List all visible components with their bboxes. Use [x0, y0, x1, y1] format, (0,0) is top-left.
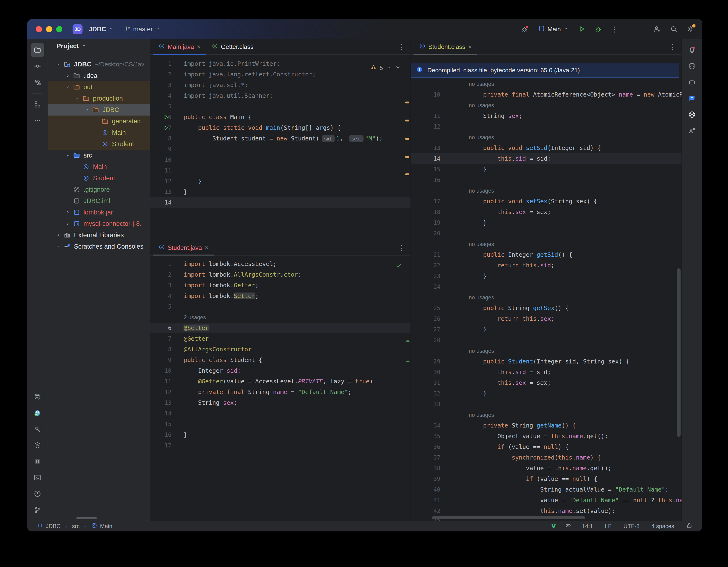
tree-item-src[interactable]: src — [48, 150, 150, 161]
close-tab-icon[interactable]: × — [197, 44, 200, 50]
breadcrumb-src[interactable]: src — [71, 523, 81, 530]
line-number[interactable]: 5 — [150, 103, 179, 110]
usages-inlay-row[interactable]: no usages — [411, 239, 682, 249]
warning-stripe-mark[interactable] — [405, 119, 409, 121]
line-number[interactable]: 14 — [150, 410, 179, 417]
tab-Main.java[interactable]: CMain.java× — [153, 39, 206, 54]
bookmarks-icon[interactable] — [31, 455, 44, 468]
line-number[interactable]: 39 — [411, 476, 442, 482]
line-number[interactable]: 7 — [150, 124, 179, 131]
tree-item-lombok.jar[interactable]: lombok.jar — [48, 207, 150, 218]
project-panel-header[interactable]: Project — [48, 39, 150, 53]
line-number[interactable]: 2 — [150, 71, 179, 78]
code-line[interactable]: 25 public String getSex() { — [411, 303, 682, 314]
code-line[interactable]: 32 } — [411, 388, 682, 399]
line-number[interactable]: 13 — [150, 188, 179, 195]
usages-inlay-row[interactable]: no usages — [411, 132, 682, 142]
tree-chevron-down-icon[interactable] — [82, 107, 92, 112]
run-button[interactable] — [577, 24, 586, 34]
warning-stripe-mark[interactable] — [405, 101, 409, 103]
line-number[interactable]: 1 — [150, 261, 179, 267]
code-line[interactable]: 4import java.util.Scanner; — [150, 90, 410, 101]
usages-inlay-row[interactable]: no usages — [411, 346, 682, 356]
tab-options-kebab-icon[interactable]: ⋮ — [393, 43, 410, 51]
line-ending-selector[interactable]: LF — [604, 523, 613, 530]
openai-chatgpt-icon[interactable] — [685, 108, 699, 121]
usages-inlay-row[interactable]: no usages — [411, 100, 682, 110]
line-number[interactable]: 16 — [150, 432, 179, 438]
tree-chevron-down-icon[interactable] — [54, 62, 63, 67]
code-line[interactable]: 27 } — [411, 324, 682, 335]
code-line[interactable]: 30 this.sid = sid; — [411, 367, 682, 378]
code-line[interactable]: 33 — [411, 399, 682, 410]
code-line[interactable]: 5 — [150, 101, 410, 112]
person-chat-icon[interactable] — [685, 124, 699, 138]
code-line[interactable]: 7@Getter — [150, 333, 410, 344]
code-line[interactable]: 10 Integer sid; — [150, 365, 410, 376]
line-number[interactable]: 41 — [411, 497, 442, 504]
code-line[interactable]: 24 — [411, 281, 682, 292]
line-number[interactable]: 6 — [150, 114, 179, 120]
warning-stripe-mark[interactable] — [405, 138, 409, 140]
warning-stripe-mark[interactable] — [405, 156, 409, 158]
build-hammer-icon[interactable] — [31, 422, 44, 436]
copilot-status-icon[interactable] — [565, 522, 571, 530]
code-line[interactable]: 19 } — [411, 217, 682, 228]
tab-Student.class[interactable]: CStudent.class× — [414, 39, 477, 54]
code-line[interactable]: 28 — [411, 335, 682, 346]
line-number[interactable]: 6 — [150, 325, 179, 332]
code-line[interactable]: 8@AllArgsConstructor — [150, 344, 410, 355]
close-tab-icon[interactable]: × — [205, 244, 208, 251]
code-line[interactable]: 14 — [150, 197, 410, 208]
code-line[interactable]: 11 @Getter(value = AccessLevel.PRIVATE, … — [150, 376, 410, 387]
usages-inlay-row[interactable]: no usages — [411, 410, 682, 420]
code-line[interactable]: 34 private String getName() { — [411, 420, 682, 431]
search-everywhere-button[interactable] — [669, 24, 678, 34]
tree-item-mysql-connector-j-8.[interactable]: mysql-connector-j-8. — [48, 218, 150, 229]
line-number[interactable]: 7 — [150, 336, 179, 342]
project-switcher[interactable]: JDBC — [86, 24, 117, 35]
line-number[interactable]: 4 — [150, 293, 179, 300]
tab-Student.java[interactable]: CStudent.java× — [153, 240, 214, 255]
more-actions-kebab-icon[interactable]: ⋮ — [610, 24, 619, 34]
terminal-icon[interactable] — [31, 471, 44, 484]
line-number[interactable]: 10 — [411, 91, 442, 98]
chevron-down-icon[interactable] — [395, 64, 401, 72]
code-line[interactable]: 41 value = "Default Name" == null ? this… — [411, 495, 682, 506]
line-number[interactable]: 35 — [411, 433, 442, 440]
tree-chevron-down-icon[interactable] — [63, 84, 73, 90]
line-number[interactable]: 2 — [150, 271, 179, 278]
macos-minimize-button[interactable] — [46, 26, 52, 32]
code-line[interactable]: 15 — [150, 419, 410, 429]
line-number[interactable]: 17 — [411, 198, 442, 205]
line-number[interactable]: 15 — [150, 421, 179, 428]
tree-chevron-right-icon[interactable] — [63, 210, 73, 215]
code-line[interactable]: 17 — [150, 440, 410, 451]
tree-item-Main[interactable]: CMain — [48, 127, 150, 138]
line-number[interactable]: 16 — [411, 177, 442, 183]
code-line[interactable]: 10 private final AtomicReference<Object>… — [411, 89, 682, 100]
code-line[interactable]: 20 — [411, 228, 682, 239]
warning-stripe-mark[interactable] — [405, 173, 409, 175]
code-line[interactable]: 4import lombok.Setter; — [150, 291, 410, 301]
code-line[interactable]: 12 } — [150, 176, 410, 186]
tree-item-generated[interactable]: generated — [48, 115, 150, 127]
tab-options-kebab-icon[interactable]: ⋮ — [664, 43, 682, 51]
line-number[interactable]: 24 — [411, 284, 442, 290]
code-line[interactable]: 13 String sex; — [150, 397, 410, 408]
line-number[interactable]: 21 — [411, 251, 442, 258]
code-line[interactable]: 11 String sex; — [411, 110, 682, 121]
copilot-icon[interactable] — [685, 75, 699, 89]
tab-Getter.class[interactable]: @Getter.class — [206, 39, 259, 54]
code-line[interactable]: 17 public void setSex(String sex) { — [411, 196, 682, 207]
code-line[interactable]: 11 — [150, 165, 410, 176]
code-line[interactable]: 9 — [150, 144, 410, 154]
code-line[interactable]: 18 this.sex = sex; — [411, 207, 682, 217]
line-number[interactable]: 10 — [150, 368, 179, 374]
code-line[interactable]: 9public class Student { — [150, 355, 410, 365]
line-number[interactable]: 12 — [150, 178, 179, 184]
code-line[interactable]: 37 synchronized(this.name) { — [411, 452, 682, 463]
line-number[interactable]: 8 — [150, 346, 179, 353]
line-number[interactable]: 31 — [411, 380, 442, 386]
line-number[interactable]: 15 — [411, 166, 442, 173]
